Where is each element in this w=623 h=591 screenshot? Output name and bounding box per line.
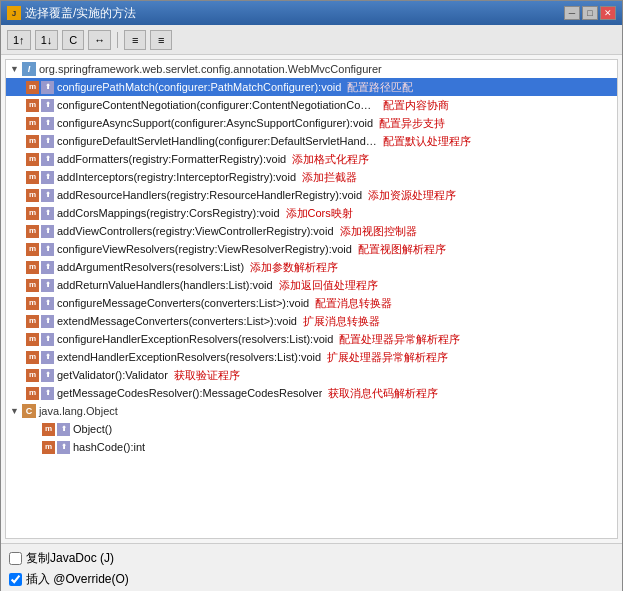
method-desc: 扩展处理器异常解析程序 (327, 349, 448, 365)
m-icon: m (26, 207, 39, 220)
m-icon: m (26, 297, 39, 310)
interface-section: ▼ I org.springframework.web.servlet.conf… (6, 60, 617, 456)
toolbar-btn-1[interactable]: 1↑ (7, 30, 31, 50)
m-icon: m (26, 225, 39, 238)
m-icon: m (26, 189, 39, 202)
override-icon: ⬆ (57, 441, 70, 454)
method-row[interactable]: m ⬆ addArgumentResolvers(resolvers:List)… (6, 258, 617, 276)
method-desc: 添加资源处理程序 (368, 187, 456, 203)
method-desc: 配置消息转换器 (315, 295, 392, 311)
m-icon: m (26, 135, 39, 148)
method-row[interactable]: m ⬆ configureAsyncSupport(configurer:Asy… (6, 114, 617, 132)
method-row[interactable]: m ⬆ getValidator():Validator 获取验证程序 (6, 366, 617, 384)
minimize-button[interactable]: ─ (564, 6, 580, 20)
method-row[interactable]: m ⬆ Object() (6, 420, 617, 438)
method-row[interactable]: m ⬆ extendMessageConverters(converters:L… (6, 312, 617, 330)
override-icon: ⬆ (41, 81, 54, 94)
maximize-button[interactable]: □ (582, 6, 598, 20)
checkbox-row-2: 插入 @Override(O) (9, 571, 614, 588)
dialog-window: J 选择覆盖/实施的方法 ─ □ ✕ 1↑ 1↓ C ↔ ≡ ≡ ▼ I org… (0, 0, 623, 591)
method-desc: 配置默认处理程序 (383, 133, 471, 149)
m-icon: m (26, 99, 39, 112)
method-row[interactable]: m ⬆ configureMessageConverters(converter… (6, 294, 617, 312)
method-desc: 配置处理器异常解析程序 (339, 331, 460, 347)
method-icons: m ⬆ (26, 189, 54, 202)
method-name: hashCode():int (73, 439, 145, 455)
method-name: getMessageCodesResolver():MessageCodesRe… (57, 385, 322, 401)
override-checkbox[interactable] (9, 573, 22, 586)
expand-triangle: ▼ (10, 64, 19, 74)
method-row[interactable]: m ⬆ hashCode():int (6, 438, 617, 456)
override-icon: ⬆ (41, 351, 54, 364)
method-name: configurePathMatch(configurer:PathMatchC… (57, 79, 341, 95)
method-row[interactable]: m ⬆ extendHandlerExceptionResolvers(reso… (6, 348, 617, 366)
object-expand-triangle: ▼ (10, 406, 19, 416)
method-row[interactable]: m ⬆ addResourceHandlers(registry:Resourc… (6, 186, 617, 204)
method-name: Object() (73, 421, 112, 437)
method-row[interactable]: m ⬆ configureViewResolvers(registry:View… (6, 240, 617, 258)
m-icon: m (42, 441, 55, 454)
javadoc-label[interactable]: 复制JavaDoc (J) (26, 550, 114, 567)
toolbar-btn-swap[interactable]: ↔ (88, 30, 111, 50)
m-icon: m (26, 171, 39, 184)
override-icon: ⬆ (41, 261, 54, 274)
m-icon: m (26, 81, 39, 94)
interface-label: org.springframework.web.servlet.config.a… (39, 63, 382, 75)
method-row[interactable]: m ⬆ getMessageCodesResolver():MessageCod… (6, 384, 617, 402)
method-icons: m ⬆ (42, 423, 70, 436)
method-icons: m ⬆ (26, 207, 54, 220)
m-icon: m (26, 333, 39, 346)
m-icon: m (26, 117, 39, 130)
method-row[interactable]: m ⬆ addInterceptors(registry:Interceptor… (6, 168, 617, 186)
toolbar-btn-list2[interactable]: ≡ (150, 30, 172, 50)
method-name: configureContentNegotiation(configurer:C… (57, 97, 377, 113)
m-icon: m (26, 243, 39, 256)
m-icon: m (26, 153, 39, 166)
method-row[interactable]: m ⬆ addCorsMappings(registry:CorsRegistr… (6, 204, 617, 222)
method-name: addViewControllers(registry:ViewControll… (57, 223, 334, 239)
method-icons: m ⬆ (26, 171, 54, 184)
override-icon: ⬆ (41, 297, 54, 310)
method-name: addArgumentResolvers(resolvers:List) (57, 259, 244, 275)
method-row[interactable]: m ⬆ addFormatters(registry:FormatterRegi… (6, 150, 617, 168)
method-icons: m ⬆ (42, 441, 70, 454)
method-list-container[interactable]: ▼ I org.springframework.web.servlet.conf… (5, 59, 618, 539)
method-name: extendHandlerExceptionResolvers(resolver… (57, 349, 321, 365)
m-icon: m (42, 423, 55, 436)
method-name: configureViewResolvers(registry:ViewReso… (57, 241, 352, 257)
method-icons: m ⬆ (26, 81, 54, 94)
method-desc: 配置异步支持 (379, 115, 445, 131)
method-row[interactable]: m ⬆ addReturnValueHandlers(handlers:List… (6, 276, 617, 294)
method-name: addCorsMappings(registry:CorsRegistry):v… (57, 205, 280, 221)
close-button[interactable]: ✕ (600, 6, 616, 20)
method-icons: m ⬆ (26, 297, 54, 310)
method-name: extendMessageConverters(converters:List>… (57, 313, 297, 329)
method-icons: m ⬆ (26, 117, 54, 130)
method-name: configureHandlerExceptionResolvers(resol… (57, 331, 333, 347)
method-desc: 获取验证程序 (174, 367, 240, 383)
override-icon: ⬆ (41, 387, 54, 400)
title-controls: ─ □ ✕ (564, 6, 616, 20)
method-row[interactable]: m ⬆ configureContentNegotiation(configur… (6, 96, 617, 114)
toolbar-btn-c[interactable]: C (62, 30, 84, 50)
m-icon: m (26, 315, 39, 328)
override-icon: ⬆ (41, 171, 54, 184)
method-icons: m ⬆ (26, 279, 54, 292)
method-row[interactable]: m ⬆ configureHandlerExceptionResolvers(r… (6, 330, 617, 348)
method-row[interactable]: m ⬆ addViewControllers(registry:ViewCont… (6, 222, 617, 240)
method-name: configureMessageConverters(converters:Li… (57, 295, 309, 311)
method-row[interactable]: m ⬆ configurePathMatch(configurer:PathMa… (6, 78, 617, 96)
object-root[interactable]: ▼ C java.lang.Object (6, 402, 617, 420)
override-icon: ⬆ (41, 153, 54, 166)
javadoc-checkbox[interactable] (9, 552, 22, 565)
override-icon: ⬆ (41, 243, 54, 256)
toolbar-btn-list1[interactable]: ≡ (124, 30, 146, 50)
override-icon: ⬆ (57, 423, 70, 436)
method-desc: 添加拦截器 (302, 169, 357, 185)
toolbar-btn-2[interactable]: 1↓ (35, 30, 59, 50)
method-desc: 添加Cors映射 (286, 205, 353, 221)
method-name: getValidator():Validator (57, 367, 168, 383)
interface-root[interactable]: ▼ I org.springframework.web.servlet.conf… (6, 60, 617, 78)
method-row[interactable]: m ⬆ configureDefaultServletHandling(conf… (6, 132, 617, 150)
override-label[interactable]: 插入 @Override(O) (26, 571, 129, 588)
